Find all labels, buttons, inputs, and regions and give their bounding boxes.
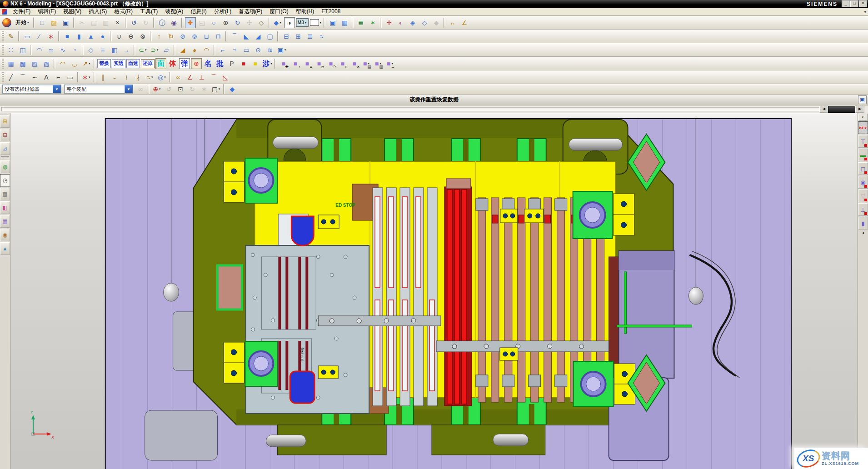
- scrollbar-thumb[interactable]: [828, 106, 856, 113]
- restore-display-button[interactable]: 还原: [141, 59, 155, 68]
- revolve-button[interactable]: ↻: [165, 31, 176, 42]
- fit-view-button[interactable]: ✚: [185, 17, 196, 28]
- solid-translucency-button[interactable]: 实透: [112, 59, 125, 68]
- snap-point-button[interactable]: ⊕: [151, 84, 162, 95]
- dimple-button[interactable]: ⊙: [253, 45, 264, 55]
- menu-view[interactable]: 视图(V): [60, 8, 85, 15]
- arc-button[interactable]: ⌒: [17, 72, 28, 83]
- facet-surface-button[interactable]: ▧: [41, 58, 52, 69]
- delete-face-button[interactable]: ■×: [349, 58, 360, 69]
- tab-visualization[interactable]: ◧: [0, 201, 10, 214]
- forming-punch-top[interactable]: [291, 216, 314, 245]
- menu-window[interactable]: 窗口(O): [266, 8, 292, 15]
- offset-region-button[interactable]: ■≡: [302, 58, 313, 69]
- library-screw-button[interactable]: ⊤: [858, 135, 868, 148]
- work-layer-button[interactable]: M3: [296, 18, 309, 27]
- wave-geometry-linker-button[interactable]: ⊂: [137, 45, 148, 55]
- draft-analysis-button[interactable]: ◢: [177, 45, 188, 55]
- pad-button[interactable]: ⊓: [213, 31, 224, 42]
- menu-insert[interactable]: 插入(S): [85, 8, 110, 15]
- measure-angle-button[interactable]: ∠: [459, 17, 470, 28]
- sew-button[interactable]: ≈: [316, 31, 327, 42]
- cone-button[interactable]: ▲: [85, 31, 96, 42]
- open-button[interactable]: ▨: [49, 17, 60, 28]
- library-punch-button[interactable]: ▽: [858, 190, 868, 202]
- show-hide-button[interactable]: ◈: [407, 17, 418, 28]
- window-layout-button[interactable]: ▦: [339, 17, 350, 28]
- flange-button[interactable]: ¬: [229, 45, 240, 55]
- corner-hardware-bottom-right[interactable]: [574, 361, 635, 407]
- tab-system-scenes[interactable]: ▲: [0, 242, 10, 255]
- library-pin-button[interactable]: ⊥: [858, 203, 868, 216]
- tab-roles[interactable]: ◉: [0, 229, 10, 241]
- rotate-view-button[interactable]: ↻: [232, 17, 243, 28]
- block-button[interactable]: ■: [62, 31, 73, 42]
- sheet-metal-tab-button[interactable]: ▭: [241, 45, 252, 55]
- tube-button[interactable]: ◎: [156, 72, 167, 83]
- tab-assembly-navigator[interactable]: ⊞: [0, 115, 10, 128]
- thicken-button[interactable]: ≣: [304, 31, 315, 42]
- bounded-plane-button[interactable]: ▱: [161, 45, 172, 55]
- datum-csys-display-button[interactable]: ✛: [384, 17, 394, 28]
- shaded-object-button[interactable]: ◆: [227, 84, 238, 95]
- library-block-button[interactable]: ▮: [858, 217, 868, 230]
- perpendicular-curve-button[interactable]: ⊥: [196, 72, 207, 83]
- trim-curve-button[interactable]: ≀: [121, 72, 132, 83]
- sketch-button[interactable]: ✎: [5, 31, 16, 42]
- side-insert-left[interactable]: [218, 265, 242, 309]
- scroll-left-button[interactable]: ◀: [819, 106, 828, 113]
- menu-analysis[interactable]: 分析(L): [210, 8, 235, 15]
- extrude-button[interactable]: ↑: [154, 31, 165, 42]
- shaded-view-button[interactable]: ◆: [272, 17, 283, 28]
- pocket-button[interactable]: ⊔: [201, 31, 212, 42]
- library-scroll-back-button[interactable]: ◂: [859, 230, 867, 236]
- close-button[interactable]: ×: [859, 0, 867, 7]
- patch-face-button[interactable]: ■↔: [384, 58, 395, 69]
- rendering-style-button[interactable]: ◑: [284, 17, 295, 28]
- library-round-plate-button[interactable]: ◉: [858, 176, 868, 189]
- corner-hardware-top-left[interactable]: [224, 158, 277, 203]
- menu-tools[interactable]: 工具(T): [136, 8, 161, 15]
- scroll-right-button[interactable]: ▶: [855, 106, 864, 113]
- split-body-button[interactable]: ⊞: [293, 31, 304, 42]
- subtract-button[interactable]: ⊖: [125, 31, 136, 42]
- undo-button[interactable]: ↺: [129, 17, 140, 28]
- immediate-hide-button[interactable]: ◇: [419, 17, 430, 28]
- yellow-cube-display-button[interactable]: ■: [250, 58, 261, 69]
- menu-preferences[interactable]: 首选项(P): [235, 8, 266, 15]
- replace-reference-set-button[interactable]: 替换: [97, 59, 111, 68]
- resize-blend-button[interactable]: ■◠: [325, 58, 336, 69]
- library-bracket-button[interactable]: ◻: [858, 162, 868, 175]
- nx-logo[interactable]: [2, 18, 11, 27]
- law-extension-button[interactable]: ◠: [57, 58, 68, 69]
- corner-hardware-top-right[interactable]: [573, 191, 634, 239]
- pull-face-button[interactable]: ■↑: [290, 58, 301, 69]
- shell-button[interactable]: ▢: [264, 31, 275, 42]
- sphere-button[interactable]: ●: [97, 31, 108, 42]
- information-button[interactable]: ⓘ: [157, 17, 168, 28]
- offset-curve-button[interactable]: ∥: [97, 72, 108, 83]
- point-coordinate-button[interactable]: P: [226, 58, 237, 69]
- divide-curve-button[interactable]: ∤: [133, 72, 144, 83]
- fillet-sketch-button[interactable]: ⌒: [208, 72, 219, 83]
- tab-constraint-navigator[interactable]: ⊟: [0, 129, 10, 141]
- extract-body-button[interactable]: ⊃: [149, 45, 160, 55]
- forming-punch-bottom[interactable]: [290, 371, 314, 403]
- replace-face-button[interactable]: ■▱: [314, 58, 324, 69]
- menu-assemblies[interactable]: 装配(A): [161, 8, 187, 15]
- datum-axis-button[interactable]: ∕: [34, 31, 45, 42]
- minimize-button[interactable]: _: [842, 0, 850, 7]
- trim-sheet-button[interactable]: ◧: [109, 45, 120, 55]
- cut-face-button[interactable]: ■▥: [373, 58, 384, 69]
- bridge-curve-button[interactable]: ⌣: [109, 72, 120, 83]
- intersect-button[interactable]: ⊗: [137, 31, 148, 42]
- selection-scope-dropdown-icon[interactable]: ▼: [125, 85, 133, 93]
- spline-button[interactable]: ∼: [29, 72, 40, 83]
- spring-tool-button[interactable]: 弹: [179, 58, 190, 69]
- name-display-button[interactable]: 名: [203, 58, 214, 69]
- hole-button[interactable]: ⊘: [177, 31, 188, 42]
- menu-edit[interactable]: 编辑(E): [34, 8, 60, 15]
- batch-tool-button[interactable]: 批: [215, 58, 225, 69]
- tab-system-materials[interactable]: ▤: [0, 188, 10, 200]
- center-target-button[interactable]: ⊕: [191, 58, 202, 69]
